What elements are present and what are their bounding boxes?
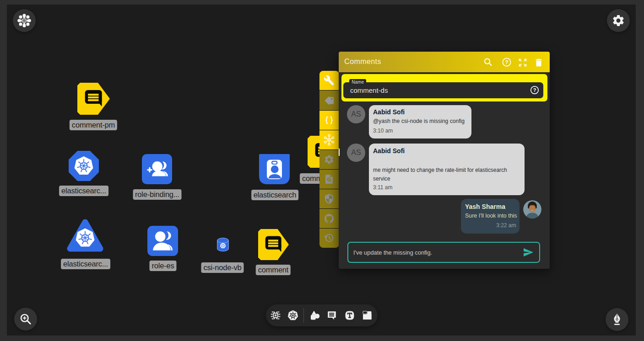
svg-text:?: ? xyxy=(505,59,508,65)
svg-text:?: ? xyxy=(533,87,536,93)
